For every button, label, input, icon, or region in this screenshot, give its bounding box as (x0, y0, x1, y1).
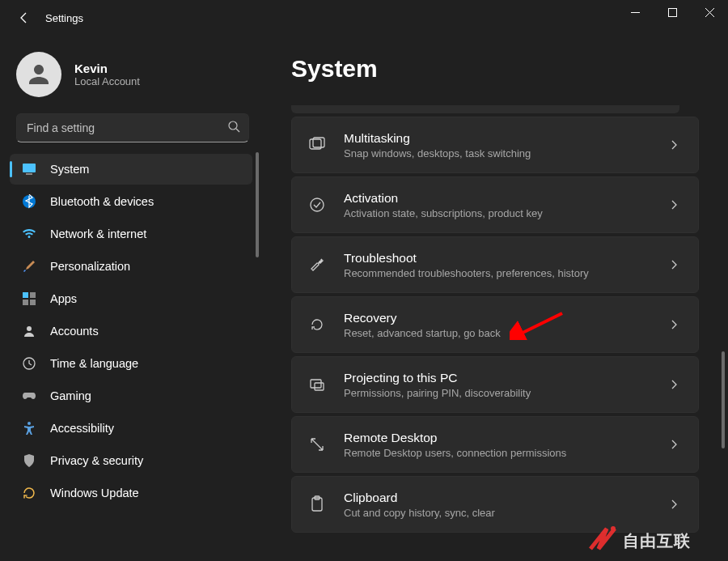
recovery-icon (307, 314, 328, 335)
sidebar-item-label: Gaming (50, 389, 91, 402)
svg-rect-6 (30, 292, 36, 298)
sidebar-item-bluetooth[interactable]: Bluetooth & devices (10, 186, 252, 217)
sidebar-item-label: Windows Update (50, 487, 139, 499)
shield-icon (21, 453, 37, 469)
search-input[interactable] (27, 121, 219, 134)
accessibility-icon (21, 420, 37, 436)
card-sub: Reset, advanced startup, go back (344, 327, 664, 339)
card-text: Projecting to this PC Permissions, pairi… (344, 371, 664, 399)
chevron-right-icon (664, 320, 684, 329)
titlebar: Settings (0, 0, 728, 36)
sidebar-item-time[interactable]: Time & language (10, 348, 252, 379)
card-text: Troubleshoot Recommended troubleshooters… (344, 251, 664, 279)
sidebar-item-label: Accessibility (50, 422, 114, 435)
card-text: Clipboard Cut and copy history, sync, cl… (344, 491, 664, 519)
maximize-button[interactable] (654, 0, 691, 24)
card-sub: Recommended troubleshooters, preferences… (344, 267, 664, 279)
card-clipboard[interactable]: Clipboard Cut and copy history, sync, cl… (291, 476, 699, 533)
sidebar-item-accessibility[interactable]: Accessibility (10, 413, 252, 444)
window-controls (616, 0, 728, 24)
sidebar-item-personalization[interactable]: Personalization (10, 251, 252, 282)
sidebar-item-label: Network & internet (50, 227, 146, 240)
chevron-right-icon (664, 440, 684, 449)
nav: System Bluetooth & devices Network & int… (6, 152, 259, 555)
sidebar-item-label: Privacy & security (50, 454, 143, 467)
minimize-icon (631, 8, 640, 17)
remote-desktop-icon (307, 434, 328, 455)
search-icon (227, 120, 240, 136)
svg-point-9 (27, 326, 32, 331)
search-box[interactable] (16, 113, 249, 142)
content: Kevin Local Account System Bluetooth & d… (0, 36, 728, 561)
card-sub: Snap windows, desktops, task switching (344, 147, 664, 159)
card-sub: Cut and copy history, sync, clear (344, 507, 664, 519)
svg-rect-3 (26, 173, 32, 175)
svg-rect-16 (315, 383, 324, 390)
sidebar-item-privacy[interactable]: Privacy & security (10, 445, 252, 476)
partial-card-top[interactable] (291, 105, 679, 113)
close-button[interactable] (691, 0, 728, 24)
card-title: Projecting to this PC (344, 371, 664, 385)
card-title: Activation (344, 191, 664, 206)
sidebar-item-accounts[interactable]: Accounts (10, 316, 252, 346)
svg-point-14 (311, 198, 324, 211)
svg-rect-8 (30, 300, 36, 305)
svg-rect-5 (23, 292, 28, 298)
page-title: System (291, 55, 718, 83)
minimize-button[interactable] (616, 0, 654, 24)
back-button[interactable] (10, 3, 39, 32)
bluetooth-icon (21, 193, 37, 210)
sidebar-item-label: System (50, 163, 89, 176)
sidebar-item-network[interactable]: Network & internet (10, 219, 252, 249)
person-icon (24, 60, 53, 89)
apps-icon (21, 291, 37, 307)
sidebar: Kevin Local Account System Bluetooth & d… (0, 36, 259, 561)
maximize-icon (668, 8, 677, 17)
system-icon (21, 161, 37, 177)
svg-rect-7 (23, 300, 28, 305)
multitasking-icon (307, 134, 328, 155)
card-sub: Remote Desktop users, connection permiss… (344, 447, 664, 459)
card-projecting[interactable]: Projecting to this PC Permissions, pairi… (291, 356, 699, 413)
card-troubleshoot[interactable]: Troubleshoot Recommended troubleshooters… (291, 236, 699, 293)
update-icon (21, 485, 37, 501)
main-content: System Multitasking Snap windows, deskto… (259, 36, 728, 561)
card-text: Remote Desktop Remote Desktop users, con… (344, 431, 664, 459)
svg-rect-15 (311, 380, 321, 388)
card-text: Multitasking Snap windows, desktops, tas… (344, 131, 664, 159)
card-sub: Activation state, subscriptions, product… (344, 207, 664, 219)
card-remote-desktop[interactable]: Remote Desktop Remote Desktop users, con… (291, 416, 699, 473)
sidebar-item-label: Time & language (50, 357, 138, 370)
activation-icon (307, 194, 328, 215)
wrench-icon (307, 254, 328, 275)
chevron-right-icon (664, 380, 684, 389)
sidebar-item-update[interactable]: Windows Update (10, 478, 252, 508)
clock-icon (21, 355, 37, 372)
chevron-right-icon (664, 260, 684, 270)
card-title: Multitasking (344, 131, 664, 146)
card-text: Activation Activation state, subscriptio… (344, 191, 664, 219)
chevron-right-icon (664, 499, 684, 509)
main-scrollbar[interactable] (722, 141, 725, 465)
accounts-icon (21, 323, 37, 339)
card-text: Recovery Reset, advanced startup, go bac… (344, 311, 664, 339)
card-recovery[interactable]: Recovery Reset, advanced startup, go bac… (291, 296, 699, 353)
card-multitasking[interactable]: Multitasking Snap windows, desktops, tas… (291, 117, 699, 173)
card-activation[interactable]: Activation Activation state, subscriptio… (291, 176, 699, 233)
profile-block[interactable]: Kevin Local Account (6, 42, 259, 113)
sidebar-item-system[interactable]: System (10, 154, 252, 185)
chevron-right-icon (664, 200, 684, 210)
sidebar-item-gaming[interactable]: Gaming (10, 380, 252, 411)
window-title: Settings (45, 12, 83, 24)
chevron-right-icon (664, 140, 684, 150)
profile-sub: Local Account (74, 75, 140, 87)
sidebar-item-apps[interactable]: Apps (10, 283, 252, 314)
sidebar-item-label: Bluetooth & devices (50, 195, 154, 208)
avatar (16, 52, 61, 97)
brush-icon (21, 258, 37, 274)
svg-point-11 (28, 422, 31, 425)
projecting-icon (307, 374, 328, 395)
card-title: Recovery (344, 311, 664, 325)
sidebar-item-label: Accounts (50, 325, 99, 338)
sidebar-item-label: Personalization (50, 260, 130, 273)
